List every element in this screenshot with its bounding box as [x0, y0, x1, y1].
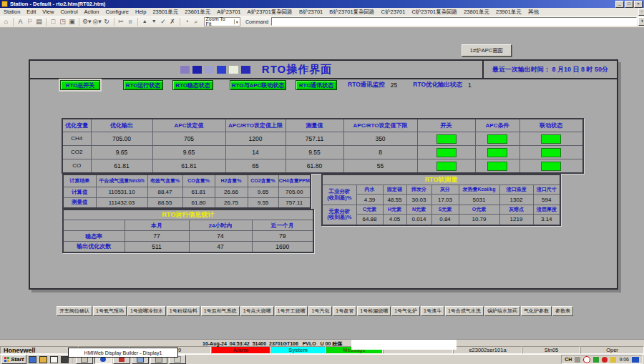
raise-icon[interactable]: ▲ — [141, 17, 149, 26]
nav-oxygen-preheat-button[interactable]: 1号氧气预热 — [93, 306, 127, 316]
network-icon[interactable] — [632, 357, 639, 363]
menu-other[interactable]: 其他 — [528, 9, 539, 16]
monitor-icon[interactable] — [28, 355, 37, 363]
toolbar-config-icon[interactable]: ||| — [127, 17, 135, 26]
menu-unit-23501[interactable]: 23501单元 — [152, 9, 178, 16]
nav-boiler-water-dosing-button[interactable]: 锅炉给水加药 — [484, 306, 520, 316]
col-header: APC/RTO设定值下限 — [343, 119, 417, 132]
search-icon[interactable]: ⌕ — [192, 17, 200, 26]
header-square — [192, 66, 202, 74]
nav-gasifier-params-button[interactable]: 气化炉参数 — [521, 306, 552, 316]
rto-comm-status-button[interactable]: RTO通讯状态 — [296, 80, 337, 90]
cut-icon[interactable]: ✂ — [117, 17, 125, 26]
menu-unit-23601[interactable]: 23601单元 — [185, 9, 210, 16]
col-header: 联动状态 — [519, 119, 583, 132]
lower-icon[interactable]: ▼ — [150, 17, 158, 26]
nav-startup-burner-button[interactable]: 1号开工烧嘴 — [275, 306, 308, 316]
switch-indicator-cell — [417, 145, 475, 159]
ok-status-icon[interactable] — [593, 357, 599, 363]
menu-furnace-b[interactable]: B炉23701 — [299, 9, 323, 16]
zoom-select[interactable]: Zoom To Fit ▾ — [204, 17, 240, 26]
nav-ignition-burner-button[interactable]: 1号点火烧嘴 — [240, 306, 274, 316]
clock-icon[interactable]: ◔ — [183, 17, 191, 26]
menu-furnace-a-loops[interactable]: A炉23701复杂回路 — [248, 9, 293, 16]
cell: 705.00 — [91, 132, 152, 145]
maximize-button[interactable]: □ — [625, 1, 633, 8]
command-dropdown-button[interactable]: ▾ — [638, 17, 644, 26]
menu-configure[interactable]: Configure — [105, 9, 129, 15]
gear-menu-icon[interactable]: ⚙▾ — [82, 17, 91, 26]
apc-condition-indicator-cell — [475, 159, 519, 173]
update-status-icon[interactable] — [610, 357, 616, 363]
rto-run-status-button[interactable]: RTO运行状态 — [123, 80, 163, 90]
menu-help[interactable]: Help — [135, 9, 146, 15]
header-square — [180, 66, 190, 74]
trend-display-icon[interactable]: ▣ — [68, 17, 76, 26]
menu-furnace-c[interactable]: C炉23701 — [381, 9, 406, 16]
print-icon[interactable]: ▤ — [35, 17, 43, 26]
cell: 594 — [533, 195, 560, 205]
alarm-summary-icon[interactable]: A — [16, 17, 24, 26]
alert-status-icon[interactable] — [602, 357, 608, 363]
nav-coil-button[interactable]: 1号盘管 — [333, 306, 356, 316]
display-icon[interactable]: □ — [49, 17, 57, 26]
cancel-icon[interactable]: ✗ — [169, 17, 177, 26]
col-header: 有效气含量% — [147, 174, 182, 187]
menu-furnace-b-loops[interactable]: B炉23701复杂回路 — [329, 9, 374, 16]
menu-control[interactable]: Control — [60, 9, 77, 15]
nav-slag-hopper-button[interactable]: 1号渣斗 — [421, 306, 444, 316]
nav-syngas-wash-button[interactable]: 1号合成气水洗 — [445, 306, 484, 316]
nav-coal-feed-button[interactable]: 1号粉煤给料 — [167, 306, 200, 316]
menu-view[interactable]: View — [42, 9, 54, 15]
input-language-indicator[interactable]: CH — [565, 357, 572, 362]
start-button[interactable]: Start — [1, 355, 26, 364]
apc-condition-on-indicator — [487, 162, 507, 171]
menu-unit-23901[interactable]: 23901单元 — [496, 9, 522, 16]
cell: 1200 — [225, 132, 286, 145]
refresh-icon[interactable]: ↻ — [103, 17, 111, 26]
menu-furnace-c-loops[interactable]: C炉23701复杂回路 — [411, 9, 457, 16]
menu-furnace-a[interactable]: A炉23701 — [217, 9, 240, 16]
printer-icon[interactable] — [575, 357, 580, 363]
nav-leak-check-burner-button[interactable]: 1号检漏烧嘴 — [357, 306, 391, 316]
server-name-cell: e23002ser101a — [453, 346, 522, 354]
command-input[interactable] — [271, 17, 637, 26]
nav-param-table-button[interactable]: 参数表 — [552, 306, 573, 316]
switch-on-indicator — [436, 162, 457, 171]
nav-valve-confirm-button[interactable]: 开车阀位确认 — [57, 306, 92, 316]
cell: 9.65 — [91, 145, 152, 159]
close-button[interactable]: × — [634, 1, 643, 8]
station-menu-icon[interactable]: ◎▾ — [92, 17, 101, 26]
col-header: N元素 — [406, 205, 431, 215]
detail-display-icon[interactable]: ◳ — [59, 17, 67, 26]
rto-steady-status-button[interactable]: RTO稳态状态 — [172, 80, 213, 90]
nav-gasifier-button[interactable]: 1号气化炉 — [391, 306, 420, 316]
cell: 74 — [189, 231, 252, 242]
child-restore-button[interactable]: ▫ — [638, 9, 644, 16]
accept-icon[interactable]: ✓ — [160, 17, 167, 26]
tray-clock[interactable]: 9:06 — [619, 357, 629, 362]
latest-alarm-line[interactable]: 10-Aug-24 04:53:42 51400 23701GT106 PVLO… — [203, 340, 342, 348]
cell: 77 — [125, 231, 189, 242]
table-row: CH4 705.00 705 1200 757.11 350 — [62, 132, 583, 145]
menu-action[interactable]: Action — [84, 9, 99, 15]
menu-station[interactable]: Station — [4, 9, 20, 15]
col-header: 渣口温度 — [499, 185, 533, 195]
minimize-button[interactable]: _ — [615, 1, 624, 8]
cell: 5031 — [459, 195, 499, 205]
document-icon[interactable] — [49, 355, 59, 363]
alarm-annunciator-icon[interactable]: ⚐ — [26, 17, 34, 26]
folder-icon[interactable] — [39, 355, 48, 363]
nav-mixed-gas-system-button[interactable]: 1号混和气系统 — [201, 306, 240, 316]
nav-burner-cooling-water-button[interactable]: 1号烧嘴冷却水 — [127, 306, 166, 316]
rto-apc-link-status-button[interactable]: RTO与APC联动状态 — [230, 80, 286, 90]
blocked-status-icon[interactable] — [583, 356, 590, 363]
menu-edit[interactable]: Edit — [26, 9, 36, 15]
nav-steam-drum-button[interactable]: 1号汽包 — [308, 306, 332, 316]
col-header: 测量值 — [286, 119, 343, 132]
home-icon[interactable]: ⌂ — [2, 17, 10, 26]
menu-unit-23801[interactable]: 23801单元 — [464, 9, 489, 16]
rto-master-switch-button[interactable]: RTO总开关 — [60, 80, 100, 90]
furnace1-apc-screen-button[interactable]: 1#炉APC画面 — [462, 44, 512, 56]
page-title: RTO操作界面 — [262, 63, 332, 77]
